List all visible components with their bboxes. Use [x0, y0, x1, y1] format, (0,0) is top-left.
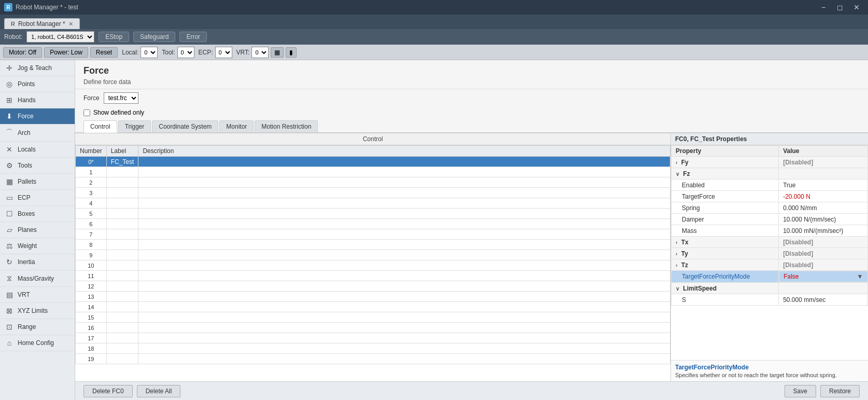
cell-label	[106, 302, 138, 312]
cell-label	[106, 177, 138, 188]
table-row[interactable]: 6	[76, 219, 670, 229]
table-row[interactable]: 4	[76, 198, 670, 209]
sidebar-item-points[interactable]: ◎ Points	[0, 76, 75, 92]
props-footer: TargetForcePriorityMode Specifies whethe…	[671, 360, 868, 381]
sidebar-item-mass-gravity[interactable]: ⧖ Mass/Gravity	[0, 270, 75, 287]
sidebar-label-boxes: Boxes	[18, 210, 35, 217]
safeguard-button[interactable]: Safeguard	[133, 32, 175, 42]
motor-off-button[interactable]: Motor: Off	[3, 47, 42, 58]
sidebar-label-force: Force	[18, 113, 34, 120]
grid-button[interactable]: ▦	[271, 47, 284, 58]
sidebar-item-inertia[interactable]: ↻ Inertia	[0, 254, 75, 270]
tool-select[interactable]: 0	[177, 47, 194, 58]
table-row[interactable]: 2	[76, 177, 670, 188]
tab-control[interactable]: Control	[83, 120, 117, 133]
table-row[interactable]: 10	[76, 260, 670, 271]
tab-motion-restriction[interactable]: Motion Restriction	[255, 120, 318, 132]
prop-row[interactable]: TargetForcePriorityMode False ▼	[671, 271, 868, 283]
cell-desc	[138, 271, 670, 281]
table-row[interactable]: 13	[76, 292, 670, 302]
prop-value: 50.000 mm/sec	[779, 294, 868, 306]
table-row[interactable]: 8	[76, 240, 670, 250]
data-table-wrap: Control Number Label Description 0* FC_T…	[75, 133, 671, 381]
sidebar-label-jog-teach: Jog & Teach	[18, 64, 52, 72]
local-select[interactable]: 0	[141, 47, 158, 58]
ecp-icon: ▭	[5, 194, 13, 202]
table-row[interactable]: 14	[76, 302, 670, 312]
tab-coordinate-system[interactable]: Coordinate System	[152, 120, 218, 132]
app-title: Robot Manager * - test	[16, 4, 816, 11]
sidebar-item-hands[interactable]: ⊞ Hands	[0, 92, 75, 108]
sidebar-item-force[interactable]: ⬇ Force	[0, 108, 75, 125]
tab-robot-manager[interactable]: R Robot Manager * ✕	[4, 18, 80, 29]
sidebar-label-locals: Locals	[18, 146, 36, 153]
sidebar-item-tools[interactable]: ⚙ Tools	[0, 158, 75, 174]
tab-close-icon[interactable]: ✕	[68, 21, 73, 27]
restore-button[interactable]: Restore	[820, 385, 860, 397]
table-row[interactable]: 9	[76, 250, 670, 260]
table-row[interactable]: 12	[76, 281, 670, 292]
reset-button[interactable]: Reset	[90, 47, 118, 58]
sidebar-item-boxes[interactable]: ☐ Boxes	[0, 206, 75, 222]
table-row[interactable]: 16	[76, 323, 670, 333]
sidebar-item-xyz-limits[interactable]: ⊠ XYZ Limits	[0, 303, 75, 319]
tab-trigger[interactable]: Trigger	[118, 120, 151, 132]
close-button[interactable]: ✕	[849, 2, 864, 12]
show-defined-checkbox[interactable]	[83, 109, 90, 116]
ecp-select[interactable]: 0	[215, 47, 232, 58]
delete-fc0-button[interactable]: Delete FC0	[83, 385, 133, 397]
cell-desc	[138, 292, 670, 302]
vrt-select[interactable]: 0	[251, 47, 269, 58]
cell-num: 4	[76, 198, 107, 209]
table-row[interactable]: 5	[76, 209, 670, 219]
sidebar-item-ecp[interactable]: ▭ ECP	[0, 190, 75, 206]
minimize-button[interactable]: −	[816, 2, 831, 12]
dropdown-arrow-icon[interactable]: ▼	[857, 273, 863, 280]
prop-selected-value[interactable]: False ▼	[779, 271, 867, 282]
prop-section-value: [Disabled]	[779, 237, 868, 248]
table-row[interactable]: 17	[76, 333, 670, 343]
sidebar-item-jog-teach[interactable]: ✛ Jog & Teach	[0, 60, 75, 76]
sidebar-label-arch: Arch	[18, 129, 31, 136]
sidebar-item-range[interactable]: ⊡ Range	[0, 319, 75, 335]
table-row[interactable]: 1	[76, 167, 670, 177]
cell-desc	[138, 333, 670, 343]
sidebar-item-weight[interactable]: ⚖ Weight	[0, 238, 75, 254]
sidebar-item-home-config[interactable]: ⌂ Home Config	[0, 335, 75, 351]
table-row[interactable]: 3	[76, 188, 670, 198]
sidebar-item-locals[interactable]: ✕ Locals	[0, 142, 75, 158]
footer-right: Save Restore	[785, 385, 860, 397]
cell-label	[106, 198, 138, 209]
table-row[interactable]: 19	[76, 354, 670, 364]
cell-desc	[138, 240, 670, 250]
app-icon: R	[4, 3, 12, 11]
robot-select[interactable]: 1, robot1, C4-B601S	[26, 31, 94, 43]
cell-label	[106, 188, 138, 198]
save-button[interactable]: Save	[785, 385, 816, 397]
power-low-button[interactable]: Power: Low	[44, 47, 88, 58]
view-button[interactable]: ▮	[286, 47, 297, 58]
window-controls: − ◻ ✕	[816, 2, 864, 12]
sidebar-item-pallets[interactable]: ▦ Pallets	[0, 174, 75, 190]
table-row[interactable]: 15	[76, 312, 670, 323]
cell-label	[106, 333, 138, 343]
col-number: Number	[76, 146, 107, 157]
delete-all-button[interactable]: Delete All	[137, 385, 181, 397]
force-file-select[interactable]: test.frc	[104, 92, 138, 104]
error-button[interactable]: Error	[179, 32, 207, 42]
cell-num: 18	[76, 343, 107, 354]
restore-button[interactable]: ◻	[833, 2, 847, 12]
table-row[interactable]: 18	[76, 343, 670, 354]
prop-section-name: › Tz	[671, 259, 779, 271]
estop-button[interactable]: EStop	[99, 32, 129, 42]
sidebar-item-planes[interactable]: ▱ Planes	[0, 222, 75, 238]
sidebar-item-vrt[interactable]: ▤ VRT	[0, 287, 75, 303]
prop-row: ∨ LimitSpeed	[671, 283, 868, 294]
table-row[interactable]: 7	[76, 229, 670, 240]
sidebar-item-arch[interactable]: ⌒ Arch	[0, 125, 75, 142]
table-row[interactable]: 11	[76, 271, 670, 281]
table-row[interactable]: 0* FC_Test	[76, 157, 670, 167]
home-config-icon: ⌂	[5, 339, 13, 347]
tab-monitor[interactable]: Monitor	[219, 120, 254, 132]
cell-label: FC_Test	[106, 157, 138, 167]
